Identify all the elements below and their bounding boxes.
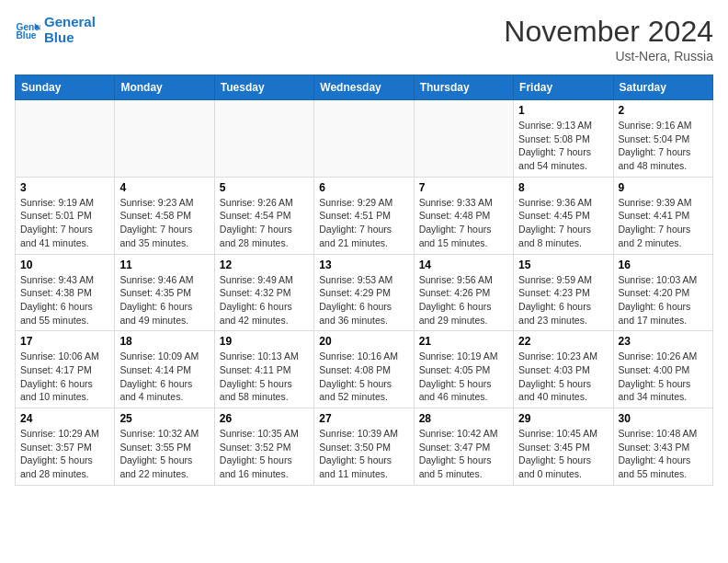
day-number: 26: [220, 412, 309, 425]
logo-line1: General: [44, 15, 96, 30]
calendar-cell: 5Sunrise: 9:26 AM Sunset: 4:54 PM Daylig…: [214, 177, 313, 254]
calendar-header: SundayMondayTuesdayWednesdayThursdayFrid…: [16, 75, 713, 100]
svg-text:Blue: Blue: [17, 30, 37, 40]
day-info: Sunrise: 10:09 AM Sunset: 4:14 PM Daylig…: [119, 350, 209, 404]
day-number: 7: [419, 181, 508, 194]
day-number: 19: [220, 335, 309, 348]
weekday-header-friday: Friday: [514, 75, 613, 100]
calendar-table: SundayMondayTuesdayWednesdayThursdayFrid…: [15, 75, 713, 486]
day-info: Sunrise: 9:39 AM Sunset: 4:41 PM Dayligh…: [619, 196, 708, 250]
day-info: Sunrise: 10:32 AM Sunset: 3:55 PM Daylig…: [119, 427, 209, 481]
calendar-cell: 8Sunrise: 9:36 AM Sunset: 4:45 PM Daylig…: [514, 177, 613, 254]
day-info: Sunrise: 9:16 AM Sunset: 5:04 PM Dayligh…: [619, 119, 708, 173]
day-number: 18: [119, 335, 209, 348]
calendar-cell: 17Sunrise: 10:06 AM Sunset: 4:17 PM Dayl…: [16, 331, 115, 408]
weekday-header-wednesday: Wednesday: [314, 75, 414, 100]
weekday-header-saturday: Saturday: [613, 75, 712, 100]
calendar-cell: [314, 100, 414, 178]
day-number: 15: [518, 259, 608, 271]
calendar-week-0: 1Sunrise: 9:13 AM Sunset: 5:08 PM Daylig…: [16, 100, 713, 178]
day-number: 21: [419, 335, 508, 348]
day-info: Sunrise: 9:23 AM Sunset: 4:58 PM Dayligh…: [119, 196, 209, 250]
calendar-cell: 26Sunrise: 10:35 AM Sunset: 3:52 PM Dayl…: [214, 408, 313, 486]
day-info: Sunrise: 9:59 AM Sunset: 4:23 PM Dayligh…: [518, 273, 608, 327]
calendar-cell: 25Sunrise: 10:32 AM Sunset: 3:55 PM Dayl…: [115, 408, 214, 486]
day-info: Sunrise: 10:45 AM Sunset: 3:45 PM Daylig…: [518, 427, 608, 481]
calendar-cell: 11Sunrise: 9:46 AM Sunset: 4:35 PM Dayli…: [115, 254, 214, 331]
calendar-week-3: 17Sunrise: 10:06 AM Sunset: 4:17 PM Dayl…: [16, 331, 713, 408]
calendar-cell: 12Sunrise: 9:49 AM Sunset: 4:32 PM Dayli…: [214, 254, 313, 331]
logo-icon: General Blue: [15, 17, 40, 43]
day-number: 17: [20, 335, 109, 348]
calendar-cell: 21Sunrise: 10:19 AM Sunset: 4:05 PM Dayl…: [414, 331, 513, 408]
weekday-header-thursday: Thursday: [414, 75, 513, 100]
day-number: 8: [518, 181, 608, 194]
calendar-cell: 14Sunrise: 9:56 AM Sunset: 4:26 PM Dayli…: [414, 254, 513, 331]
calendar-cell: 10Sunrise: 9:43 AM Sunset: 4:38 PM Dayli…: [16, 254, 115, 331]
calendar-week-4: 24Sunrise: 10:29 AM Sunset: 3:57 PM Dayl…: [16, 408, 713, 486]
calendar-cell: 4Sunrise: 9:23 AM Sunset: 4:58 PM Daylig…: [115, 177, 214, 254]
calendar-cell: 9Sunrise: 9:39 AM Sunset: 4:41 PM Daylig…: [613, 177, 712, 254]
day-info: Sunrise: 9:29 AM Sunset: 4:51 PM Dayligh…: [319, 196, 408, 250]
day-number: 3: [20, 181, 109, 194]
day-number: 16: [619, 259, 708, 271]
day-info: Sunrise: 10:35 AM Sunset: 3:52 PM Daylig…: [220, 427, 309, 481]
day-info: Sunrise: 10:03 AM Sunset: 4:20 PM Daylig…: [619, 273, 708, 327]
day-info: Sunrise: 9:19 AM Sunset: 5:01 PM Dayligh…: [20, 196, 109, 250]
day-info: Sunrise: 9:49 AM Sunset: 4:32 PM Dayligh…: [220, 273, 309, 327]
day-number: 5: [220, 181, 309, 194]
day-info: Sunrise: 9:13 AM Sunset: 5:08 PM Dayligh…: [518, 119, 608, 173]
calendar-cell: 18Sunrise: 10:09 AM Sunset: 4:14 PM Dayl…: [115, 331, 214, 408]
day-number: 29: [518, 412, 608, 425]
day-info: Sunrise: 10:26 AM Sunset: 4:00 PM Daylig…: [619, 350, 708, 404]
calendar-cell: 20Sunrise: 10:16 AM Sunset: 4:08 PM Dayl…: [314, 331, 414, 408]
day-info: Sunrise: 10:23 AM Sunset: 4:03 PM Daylig…: [518, 350, 608, 404]
day-info: Sunrise: 9:33 AM Sunset: 4:48 PM Dayligh…: [419, 196, 508, 250]
weekday-header-sunday: Sunday: [16, 75, 115, 100]
day-info: Sunrise: 10:19 AM Sunset: 4:05 PM Daylig…: [419, 350, 508, 404]
calendar-week-2: 10Sunrise: 9:43 AM Sunset: 4:38 PM Dayli…: [16, 254, 713, 331]
weekday-header-tuesday: Tuesday: [214, 75, 313, 100]
title-block: November 2024 Ust-Nera, Russia: [504, 15, 713, 63]
calendar-cell: 3Sunrise: 9:19 AM Sunset: 5:01 PM Daylig…: [16, 177, 115, 254]
day-number: 24: [20, 412, 109, 425]
day-number: 9: [619, 181, 708, 194]
logo-line2: Blue: [44, 30, 96, 46]
calendar-cell: 23Sunrise: 10:26 AM Sunset: 4:00 PM Dayl…: [613, 331, 712, 408]
day-info: Sunrise: 9:26 AM Sunset: 4:54 PM Dayligh…: [220, 196, 309, 250]
calendar-cell: 27Sunrise: 10:39 AM Sunset: 3:50 PM Dayl…: [314, 408, 414, 486]
calendar-cell: 30Sunrise: 10:48 AM Sunset: 3:43 PM Dayl…: [613, 408, 712, 486]
calendar-cell: [414, 100, 513, 178]
day-info: Sunrise: 9:46 AM Sunset: 4:35 PM Dayligh…: [119, 273, 209, 327]
day-number: 12: [220, 259, 309, 271]
day-info: Sunrise: 10:29 AM Sunset: 3:57 PM Daylig…: [20, 427, 109, 481]
day-info: Sunrise: 9:56 AM Sunset: 4:26 PM Dayligh…: [419, 273, 508, 327]
day-number: 28: [419, 412, 508, 425]
calendar-cell: 15Sunrise: 9:59 AM Sunset: 4:23 PM Dayli…: [514, 254, 613, 331]
day-info: Sunrise: 10:48 AM Sunset: 3:43 PM Daylig…: [619, 427, 708, 481]
day-number: 25: [119, 412, 209, 425]
day-number: 27: [319, 412, 408, 425]
day-info: Sunrise: 10:42 AM Sunset: 3:47 PM Daylig…: [419, 427, 508, 481]
calendar-cell: 16Sunrise: 10:03 AM Sunset: 4:20 PM Dayl…: [613, 254, 712, 331]
day-info: Sunrise: 10:39 AM Sunset: 3:50 PM Daylig…: [319, 427, 408, 481]
calendar-cell: 13Sunrise: 9:53 AM Sunset: 4:29 PM Dayli…: [314, 254, 414, 331]
day-number: 6: [319, 181, 408, 194]
calendar-week-1: 3Sunrise: 9:19 AM Sunset: 5:01 PM Daylig…: [16, 177, 713, 254]
calendar-cell: [214, 100, 313, 178]
calendar-cell: [16, 100, 115, 178]
day-info: Sunrise: 10:13 AM Sunset: 4:11 PM Daylig…: [220, 350, 309, 404]
calendar-cell: 28Sunrise: 10:42 AM Sunset: 3:47 PM Dayl…: [414, 408, 513, 486]
day-number: 10: [20, 259, 109, 271]
calendar-cell: 1Sunrise: 9:13 AM Sunset: 5:08 PM Daylig…: [514, 100, 613, 178]
day-number: 14: [419, 259, 508, 271]
page-header: General Blue General Blue November 2024 …: [15, 15, 713, 63]
calendar-cell: 7Sunrise: 9:33 AM Sunset: 4:48 PM Daylig…: [414, 177, 513, 254]
calendar-cell: 22Sunrise: 10:23 AM Sunset: 4:03 PM Dayl…: [514, 331, 613, 408]
calendar-cell: 24Sunrise: 10:29 AM Sunset: 3:57 PM Dayl…: [16, 408, 115, 486]
day-number: 30: [619, 412, 708, 425]
month-title: November 2024: [504, 15, 713, 49]
day-info: Sunrise: 10:06 AM Sunset: 4:17 PM Daylig…: [20, 350, 109, 404]
day-number: 11: [119, 259, 209, 271]
day-info: Sunrise: 10:16 AM Sunset: 4:08 PM Daylig…: [319, 350, 408, 404]
